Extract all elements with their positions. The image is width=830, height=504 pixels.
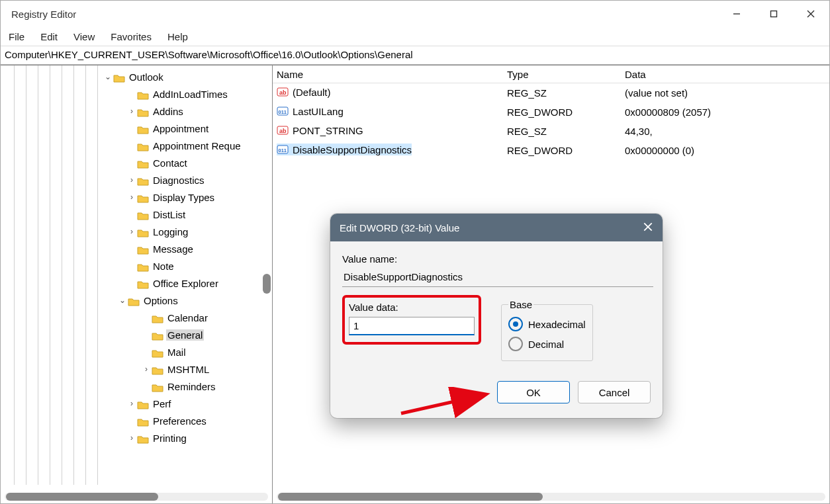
value-name: DisableSupportDiagnostics <box>293 144 412 155</box>
menu-bar: File Edit View Favorites Help <box>1 27 829 46</box>
tree-item-perf[interactable]: ›Perf <box>1 395 272 412</box>
base-group: Base Hexadecimal Decimal <box>501 299 593 361</box>
menu-file[interactable]: File <box>9 31 24 42</box>
menu-view[interactable]: View <box>73 31 95 42</box>
tree-item-message[interactable]: Message <box>1 240 272 257</box>
value-type: REG_SZ <box>507 87 625 99</box>
value-name: PONT_STRING <box>293 125 363 136</box>
values-horizontal-scrollbar[interactable] <box>277 493 825 501</box>
folder-icon <box>152 380 163 392</box>
minimize-button[interactable] <box>718 1 755 27</box>
tree-item-printing[interactable]: ›Printing <box>1 429 272 446</box>
column-name[interactable]: Name <box>277 69 507 80</box>
close-button[interactable] <box>792 1 829 27</box>
dialog-title: Edit DWORD (32-bit) Value <box>340 222 459 233</box>
value-row[interactable]: 011DisableSupportDiagnosticsREG_DWORD0x0… <box>273 141 829 160</box>
menu-favorites[interactable]: Favorites <box>111 31 152 42</box>
value-row[interactable]: 011LastUILangREG_DWORD0x00000809 (2057) <box>273 103 829 122</box>
tree-item-mail[interactable]: Mail <box>1 343 272 360</box>
value-type: REG_SZ <box>507 126 625 137</box>
svg-text:011: 011 <box>279 109 287 115</box>
folder-icon <box>137 260 149 271</box>
tree-item-office-explorer[interactable]: Office Explorer <box>1 274 272 292</box>
value-data: 0x00000809 (2057) <box>625 106 829 118</box>
registry-editor-window: Registry Editor File Edit View Favorites… <box>0 0 830 504</box>
tree-item-outlook[interactable]: ⌄ Outlook <box>1 68 272 85</box>
chevron-down-icon[interactable]: ⌄ <box>117 296 128 305</box>
folder-icon <box>137 157 149 168</box>
value-data-label: Value data: <box>349 302 475 313</box>
tree-item-diagnostics[interactable]: ›Diagnostics <box>1 171 272 189</box>
chevron-right-icon[interactable]: › <box>126 175 137 185</box>
folder-icon <box>137 277 149 288</box>
folder-icon <box>137 415 149 426</box>
tree-item-general[interactable]: General <box>1 326 272 343</box>
folder-icon <box>137 243 149 254</box>
svg-text:ab: ab <box>279 128 287 134</box>
string-value-icon: ab <box>277 124 290 136</box>
folder-icon <box>152 329 163 340</box>
tree-item-appointment-request[interactable]: Appointment Reque <box>1 137 272 154</box>
tree-item-display-types[interactable]: ›Display Types <box>1 189 272 206</box>
menu-edit[interactable]: Edit <box>40 31 58 42</box>
folder-icon <box>137 88 149 99</box>
folder-icon <box>152 346 163 357</box>
chevron-right-icon[interactable]: › <box>126 192 137 202</box>
dialog-titlebar: Edit DWORD (32-bit) Value <box>330 214 663 241</box>
tree-item-calendar[interactable]: Calendar <box>1 309 272 326</box>
tree-item-options[interactable]: ⌄Options <box>1 292 272 309</box>
chevron-right-icon[interactable]: › <box>141 364 152 374</box>
tree-item-preferences[interactable]: Preferences <box>1 412 272 429</box>
maximize-button[interactable] <box>755 1 792 27</box>
chevron-down-icon[interactable]: ⌄ <box>103 72 113 81</box>
chevron-right-icon[interactable]: › <box>126 433 137 442</box>
cancel-button[interactable]: Cancel <box>578 381 651 403</box>
chevron-right-icon[interactable]: › <box>126 399 137 408</box>
radio-decimal[interactable]: Decimal <box>508 334 586 354</box>
svg-text:011: 011 <box>279 147 287 153</box>
tree-vertical-scrollbar[interactable] <box>263 274 271 294</box>
folder-icon <box>137 191 149 202</box>
value-data-input[interactable] <box>349 317 475 335</box>
value-type: REG_DWORD <box>507 145 625 156</box>
value-data: 44,30, <box>625 126 829 137</box>
value-name-field[interactable] <box>342 269 653 287</box>
value-row[interactable]: abPONT_STRINGREG_SZ44,30, <box>273 122 829 141</box>
chevron-right-icon[interactable]: › <box>126 227 137 236</box>
column-type[interactable]: Type <box>507 69 625 80</box>
folder-icon <box>152 363 163 374</box>
folder-icon <box>137 105 149 116</box>
tree-pane: ⌄ Outlook AddInLoadTimes ›Addins Appoint… <box>1 65 273 503</box>
tree-item-reminders[interactable]: Reminders <box>1 378 272 395</box>
menu-help[interactable]: Help <box>167 31 188 42</box>
column-data[interactable]: Data <box>625 69 829 80</box>
chevron-right-icon[interactable]: › <box>126 106 137 116</box>
title-bar: Registry Editor <box>1 1 829 27</box>
address-bar[interactable]: Computer\HKEY_CURRENT_USER\Software\Micr… <box>1 46 829 65</box>
ok-button[interactable]: OK <box>497 381 570 403</box>
tree-horizontal-scrollbar[interactable] <box>5 493 268 501</box>
registry-tree[interactable]: ⌄ Outlook AddInLoadTimes ›Addins Appoint… <box>1 65 272 466</box>
folder-icon <box>137 208 149 220</box>
svg-rect-5 <box>771 11 777 17</box>
tree-item-addins[interactable]: ›Addins <box>1 103 272 120</box>
tree-item-mshtml[interactable]: ›MSHTML <box>1 360 272 378</box>
tree-item-distlist[interactable]: DistList <box>1 206 272 223</box>
value-data: 0x00000000 (0) <box>625 145 829 156</box>
tree-item-note[interactable]: Note <box>1 257 272 274</box>
window-title: Registry Editor <box>11 9 76 20</box>
values-list[interactable]: ab(Default)REG_SZ(value not set)011LastU… <box>273 83 829 160</box>
values-header: Name Type Data <box>273 65 829 83</box>
value-name: (Default) <box>293 87 331 98</box>
value-name: LastUILang <box>293 106 344 117</box>
tree-item-contact[interactable]: Contact <box>1 154 272 171</box>
tree-item-logging[interactable]: ›Logging <box>1 223 272 240</box>
dialog-close-button[interactable] <box>643 222 653 234</box>
folder-icon <box>137 122 149 134</box>
tree-item-appointment[interactable]: Appointment <box>1 120 272 137</box>
value-type: REG_DWORD <box>507 106 625 118</box>
tree-item-addinloadtimes[interactable]: AddInLoadTimes <box>1 85 272 103</box>
dword-value-icon: 011 <box>277 105 290 117</box>
value-row[interactable]: ab(Default)REG_SZ(value not set) <box>273 83 829 103</box>
radio-hexadecimal[interactable]: Hexadecimal <box>508 314 586 334</box>
